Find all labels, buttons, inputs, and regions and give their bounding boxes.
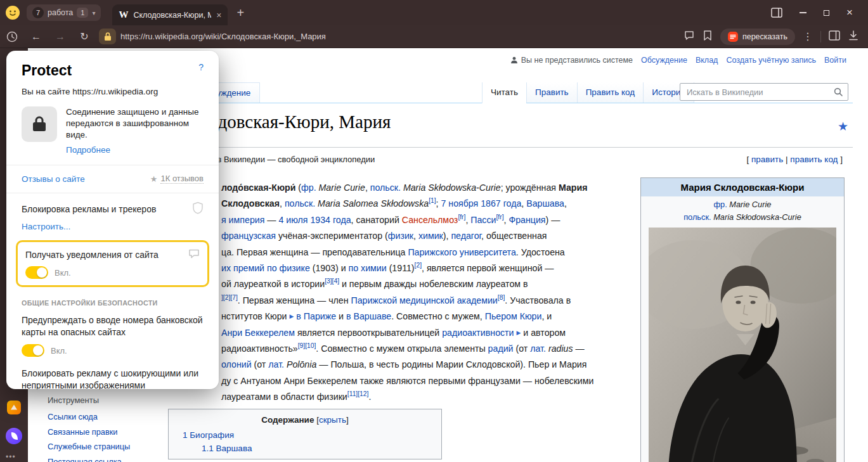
- tab-edit[interactable]: Править: [526, 82, 577, 103]
- personal-link[interactable]: Вклад: [696, 56, 718, 65]
- forward-button[interactable]: →: [48, 31, 72, 42]
- comments-icon[interactable]: [683, 30, 695, 44]
- tab-group-badge: 1: [77, 8, 88, 18]
- details-link[interactable]: Подробнее: [66, 144, 204, 156]
- article-line: ца. Первая женщина — преподавательница П…: [221, 245, 593, 260]
- wikipedia-favicon: W: [119, 10, 128, 20]
- lock-icon: [104, 32, 112, 41]
- watch-star-icon[interactable]: ★: [838, 119, 848, 134]
- window-controls: ×: [771, 6, 868, 19]
- protect-site-line: Вы на сайте https://ru.wikipedia.org: [22, 87, 204, 96]
- article-line: олоний (от лат. Polōnia — Польша, в чест…: [221, 357, 593, 373]
- notifications-setting-highlight: Получать уведомления от сайта Вкл.: [16, 240, 209, 287]
- tab-title: Склодовская-Кюри, Ма: [133, 11, 211, 20]
- tabs-panel-icon[interactable]: [829, 30, 840, 43]
- toc-title-label: Содержание: [261, 415, 314, 425]
- article-line: их премий по физике (1903) и по химии (1…: [221, 260, 593, 276]
- close-button[interactable]: ×: [846, 6, 853, 19]
- tab-edit-code[interactable]: Править код: [577, 82, 644, 103]
- tab-close-icon[interactable]: ×: [216, 10, 221, 20]
- configure-link[interactable]: Настроить...: [22, 222, 204, 231]
- tools-links: Ссылки сюдаСвязанные правкиСлужебные стр…: [48, 412, 130, 462]
- article-line: нститутов Кюри ▶ в Париже и в Варшаве. С…: [221, 309, 593, 324]
- sidebar-link[interactable]: Служебные страницы: [48, 442, 130, 451]
- adblock-label: Блокировка рекламы и трекеров: [22, 204, 156, 214]
- reload-button[interactable]: ↻: [72, 30, 96, 42]
- rail-more-icon[interactable]: •••: [6, 452, 16, 461]
- toc-item[interactable]: 1.1 Варшава: [202, 444, 435, 453]
- personal-link[interactable]: Создать учётную запись: [726, 56, 816, 65]
- help-icon[interactable]: ?: [198, 62, 204, 72]
- new-tab-button[interactable]: +: [236, 6, 244, 19]
- side-panel-icon[interactable]: [771, 8, 782, 18]
- toc-hide-link[interactable]: [скрыть]: [316, 415, 349, 425]
- article-line: радиоактивность»[9][10]. Совместно с муж…: [221, 341, 593, 357]
- toolbar-right: пересказать ⋮: [683, 29, 868, 45]
- retell-label: пересказать: [742, 32, 787, 41]
- lock-icon: [32, 115, 47, 133]
- address-bar-url[interactable]: https://ru.wikipedia.org/wiki/Склодовска…: [120, 32, 683, 41]
- toc-title: Содержание [скрыть]: [175, 415, 435, 425]
- portrait-photo[interactable]: [649, 228, 836, 462]
- infobox: Мария Склодовская-Кюри фр. Marie Curie п…: [640, 177, 845, 462]
- article-tabs: Читать Править Править код История: [482, 82, 694, 103]
- downloads-icon[interactable]: [848, 30, 859, 44]
- back-button[interactable]: ←: [24, 31, 48, 42]
- article-lines: лодо́вская-Кюри́ (фр. Marie Curie, польс…: [221, 180, 593, 405]
- search-icon[interactable]: [834, 87, 843, 96]
- infobox-name-pl: польск. Maria Skłodowska-Curie: [641, 212, 844, 222]
- user-icon: [510, 56, 518, 64]
- sidebar-link[interactable]: Ссылки сюда: [48, 412, 130, 421]
- maximize-button[interactable]: [824, 10, 829, 16]
- shield-icon: [192, 202, 204, 216]
- bookmark-flag-icon[interactable]: [703, 30, 713, 44]
- personal-bar: Вы не представились системе ОбсуждениеВк…: [510, 56, 846, 65]
- sidebar-link[interactable]: Связанные правки: [48, 427, 130, 437]
- reviews-count[interactable]: ★ 1К отзывов: [150, 174, 204, 184]
- protect-title: Protect: [22, 62, 72, 79]
- toc-item[interactable]: 1 Биография: [183, 430, 435, 440]
- history-clock-icon[interactable]: [0, 30, 24, 43]
- article-line: Анри Беккерелем является первооткрывател…: [221, 325, 593, 341]
- search-input[interactable]: [685, 87, 834, 98]
- alice-assistant-icon[interactable]: [6, 428, 22, 447]
- wiki-tools-sidebar: Инструменты Ссылки сюдаСвязанные правкиС…: [48, 395, 130, 462]
- shocking-ads-label: Блокировать рекламу с шокирующими или не…: [22, 368, 204, 389]
- star-icon: ★: [150, 174, 158, 184]
- notifications-label: Получать уведомления от сайта: [25, 250, 159, 260]
- bank-warning-toggle[interactable]: [22, 344, 44, 357]
- profile-avatar-icon: [5, 5, 20, 20]
- article-line: Склодовская, польск. Maria Salomea Skłod…: [221, 196, 593, 212]
- infobox-name-fr: фр. Marie Curie: [641, 200, 844, 209]
- toggle-state-label: Вкл.: [51, 346, 67, 356]
- article-line: ой лауреаткой в истории[3][4] и первым д…: [221, 276, 593, 292]
- notifications-toggle[interactable]: [25, 266, 48, 279]
- site-reviews-link[interactable]: Отзывы о сайте: [22, 174, 85, 184]
- personal-link[interactable]: Войти: [824, 56, 846, 65]
- active-tab[interactable]: W Склодовская-Кюри, Ма ×: [112, 4, 228, 25]
- comment-icon: [188, 248, 200, 260]
- sidebar-link[interactable]: Постоянная ссылка: [48, 457, 130, 462]
- retell-icon: [728, 32, 738, 42]
- minimize-button[interactable]: [800, 12, 806, 13]
- edit-links[interactable]: [ править | править код ]: [747, 155, 843, 164]
- tab-group[interactable]: 7 работа 1 ▾: [27, 4, 101, 21]
- more-menu-icon[interactable]: ⋮: [803, 30, 813, 42]
- bank-warning-label: Предупреждать о вводе номера банковской …: [22, 314, 204, 338]
- toolbar: ← → ↻ https://ru.wikipedia.org/wiki/Скло…: [0, 25, 868, 48]
- article-line: я империя — 4 июля 1934 года, санаторий …: [221, 212, 593, 228]
- protect-lock-button[interactable]: [99, 29, 116, 44]
- article-line: лодо́вская-Кюри́ (фр. Marie Curie, польс…: [221, 180, 593, 196]
- profile-avatar[interactable]: [5, 5, 20, 20]
- tab-read[interactable]: Читать: [482, 82, 526, 103]
- personal-status[interactable]: Вы не представились системе: [510, 56, 633, 65]
- reviews-count-label: 1К отзывов: [160, 174, 204, 184]
- personal-link[interactable]: Обсуждение: [641, 56, 687, 65]
- personal-status-label: Вы не представились системе: [521, 56, 633, 65]
- tab-group-label: работа: [48, 8, 73, 17]
- article-line: ду с Антуаном Анри Беккерелем также явля…: [221, 373, 593, 389]
- chevron-down-icon: ▾: [92, 10, 95, 16]
- tagline: Из Википедии — свободной энциклопедии: [212, 155, 375, 164]
- retell-button[interactable]: пересказать: [720, 29, 795, 45]
- services-icon[interactable]: [7, 401, 21, 417]
